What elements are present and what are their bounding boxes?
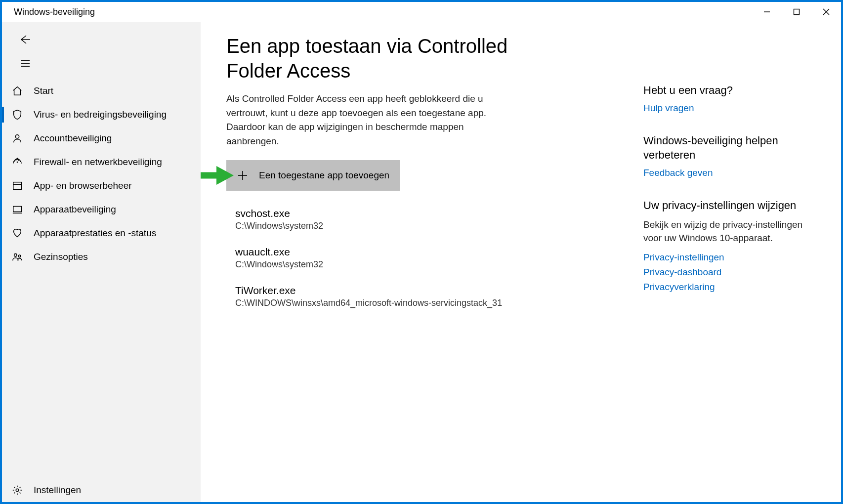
hamburger-button[interactable] [12,51,39,75]
caption-buttons [752,2,841,22]
nav-label: Instellingen [34,485,81,496]
health-icon [12,228,34,239]
nav-item-app-browser[interactable]: App- en browserbeheer [2,174,201,198]
nav-item-account[interactable]: Accountbeveiliging [2,126,201,150]
nav-label: Firewall- en netwerkbeveiliging [34,157,162,168]
svg-rect-1 [794,9,800,15]
sidebar: Start Virus- en bedreigingsbeveiliging A… [2,22,201,502]
app-path: C:\WINDOWS\winsxs\amd64_microsoft-window… [235,298,508,308]
gear-icon [12,485,34,496]
nav-item-settings[interactable]: Instellingen [2,478,201,502]
firewall-icon [12,157,34,168]
nav-label: Apparaatbeveiliging [34,204,116,215]
svg-point-14 [18,255,21,257]
add-button-label: Een toegestane app toevoegen [259,170,389,181]
titlebar: Windows-beveiliging [2,2,841,22]
add-allowed-app-button[interactable]: Een toegestane app toevoegen [226,160,400,191]
feedback-link[interactable]: Feedback geven [643,168,811,178]
window-title: Windows-beveiliging [14,7,752,17]
svg-point-15 [16,489,19,492]
svg-rect-9 [13,182,22,190]
add-button-wrap: Een toegestane app toevoegen [226,160,400,191]
maximize-button[interactable] [782,2,811,22]
content: Een app toestaan via Controlled Folder A… [201,22,841,502]
nav-label: App- en browserbeheer [34,180,132,191]
family-icon [12,252,34,262]
nav-label: Start [34,85,53,96]
app-window: Windows-beveiliging [2,2,841,502]
minimize-button[interactable] [752,2,782,22]
app-item[interactable]: wuauclt.exe C:\Windows\system32 [235,246,508,270]
account-icon [12,133,34,144]
improve-section: Windows-beveiliging helpen verbeteren Fe… [643,133,811,178]
nav-item-device[interactable]: Apparaatbeveiliging [2,198,201,221]
privacy-section: Uw privacy-instellingen wijzigen Bekijk … [643,198,811,293]
sidebar-top [2,28,201,75]
svg-point-7 [15,135,19,138]
home-icon [12,85,34,96]
hamburger-icon [20,58,31,69]
nav-label: Gezinsopties [34,252,88,262]
svg-point-8 [17,162,18,163]
app-path: C:\Windows\system32 [235,259,508,270]
plus-icon [237,170,248,181]
close-icon [823,8,830,15]
nav-item-health[interactable]: Apparaatprestaties en -status [2,221,201,245]
app-name: TiWorker.exe [235,285,508,296]
nav-label: Virus- en bedreigingsbeveiliging [34,109,167,120]
app-name: svchost.exe [235,208,508,219]
privacy-dashboard-link[interactable]: Privacy-dashboard [643,267,811,278]
sidebar-bottom: Instellingen [2,478,201,502]
device-icon [12,204,34,215]
app-item[interactable]: svchost.exe C:\Windows\system32 [235,208,508,231]
privacy-text: Bekijk en wijzig de privacy-instellingen… [643,218,811,245]
improve-heading: Windows-beveiliging helpen verbeteren [643,133,811,163]
privacy-heading: Uw privacy-instellingen wijzigen [643,198,811,213]
aside-column: Hebt u een vraag? Hulp vragen Windows-be… [643,34,811,502]
nav-item-virus[interactable]: Virus- en bedreigingsbeveiliging [2,103,201,126]
allowed-apps-list: svchost.exe C:\Windows\system32 wuauclt.… [226,208,508,308]
nav-item-family[interactable]: Gezinsopties [2,245,201,269]
app-name: wuauclt.exe [235,246,508,258]
maximize-icon [793,8,800,15]
app-item[interactable]: TiWorker.exe C:\WINDOWS\winsxs\amd64_mic… [235,285,508,308]
privacy-statement-link[interactable]: Privacyverklaring [643,282,811,293]
close-button[interactable] [811,2,841,22]
main-column: Een app toestaan via Controlled Folder A… [226,34,508,502]
page-title: Een app toestaan via Controlled Folder A… [226,34,508,83]
svg-rect-11 [13,207,22,212]
body: Start Virus- en bedreigingsbeveiliging A… [2,22,841,502]
back-icon [19,34,31,45]
minimize-icon [763,8,770,15]
privacy-settings-link[interactable]: Privacy-instellingen [643,252,811,263]
nav-item-firewall[interactable]: Firewall- en netwerkbeveiliging [2,150,201,174]
svg-point-13 [14,254,17,257]
nav-label: Apparaatprestaties en -status [34,228,156,239]
help-section: Hebt u een vraag? Hulp vragen [643,83,811,114]
back-button[interactable] [12,28,39,51]
app-path: C:\Windows\system32 [235,221,508,231]
page-description: Als Controlled Folder Access een app hee… [226,92,508,148]
nav-label: Accountbeveiliging [34,133,112,144]
nav-item-home[interactable]: Start [2,79,201,103]
help-link[interactable]: Hulp vragen [643,103,811,114]
nav-list: Start Virus- en bedreigingsbeveiliging A… [2,79,201,269]
app-icon [12,180,34,191]
help-heading: Hebt u een vraag? [643,83,811,98]
shield-icon [12,109,34,120]
